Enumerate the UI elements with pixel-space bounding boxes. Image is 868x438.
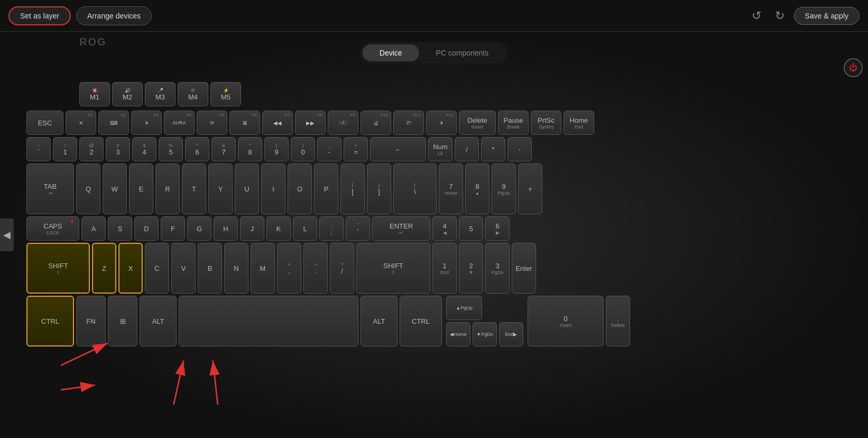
key-r[interactable]: R: [155, 163, 180, 214]
key-numenter[interactable]: Enter: [512, 243, 536, 294]
key-num5[interactable]: 5: [459, 216, 483, 241]
key-u[interactable]: U: [235, 163, 259, 214]
set-as-layer-button[interactable]: Set as layer: [8, 6, 71, 25]
key-esc[interactable]: ESC: [26, 111, 63, 135]
key-o[interactable]: O: [288, 163, 312, 214]
tab-pc-components[interactable]: PC components: [419, 44, 506, 61]
key-9[interactable]: (9: [264, 137, 289, 161]
key-f7[interactable]: F7◀◀: [262, 111, 293, 135]
key-2[interactable]: @2: [79, 137, 104, 161]
key-ralt[interactable]: ALT: [361, 296, 398, 346]
key-num3[interactable]: 3PgDn: [485, 243, 510, 294]
key-v[interactable]: V: [171, 243, 196, 294]
power-icon[interactable]: ⏻: [844, 58, 863, 77]
key-num8[interactable]: 8▲: [465, 163, 490, 214]
key-fn[interactable]: FN: [76, 296, 106, 346]
arrange-devices-button[interactable]: Arrange devices: [76, 6, 152, 25]
key-f2[interactable]: F2⌨: [98, 111, 129, 135]
left-collapse-button[interactable]: ◀: [0, 218, 14, 251]
key-6[interactable]: ^6: [185, 137, 209, 161]
key-backspace[interactable]: ←: [370, 137, 426, 161]
key-a[interactable]: A: [81, 216, 106, 241]
key-numstar[interactable]: *: [481, 137, 505, 161]
key-rctrl[interactable]: CTRL: [400, 296, 442, 346]
key-numlock[interactable]: NumLk: [428, 137, 453, 161]
key-e[interactable]: E: [129, 163, 153, 214]
key-delete[interactable]: DeleteInsert: [459, 111, 496, 135]
key-4[interactable]: $4: [132, 137, 156, 161]
key-num4[interactable]: 4◀: [432, 216, 457, 241]
key-f8[interactable]: F8▶▶: [295, 111, 326, 135]
key-z[interactable]: Z: [92, 243, 116, 294]
key-pgup[interactable]: ▲PgUp: [446, 296, 482, 320]
key-pgdn[interactable]: ▼PgDn: [473, 322, 497, 346]
key-f4[interactable]: F4AURA: [164, 111, 195, 135]
key-numplus[interactable]: +: [518, 163, 542, 214]
key-minus[interactable]: _-: [317, 137, 341, 161]
key-f11[interactable]: F11Z²: [393, 111, 424, 135]
key-f10[interactable]: F10🖨: [361, 111, 391, 135]
key-period[interactable]: >.: [303, 243, 328, 294]
key-f12[interactable]: F12✈: [426, 111, 457, 135]
key-num6[interactable]: 6▶: [485, 216, 510, 241]
key-g[interactable]: G: [187, 216, 211, 241]
key-h[interactable]: H: [214, 216, 238, 241]
key-equals[interactable]: +=: [344, 137, 368, 161]
key-b[interactable]: B: [198, 243, 222, 294]
key-tilde[interactable]: ~`: [26, 137, 51, 161]
key-end-right[interactable]: End▶: [499, 322, 523, 346]
key-num9[interactable]: 9PgUp: [492, 163, 516, 214]
key-semicolon[interactable]: :;: [319, 216, 344, 241]
key-lshift[interactable]: SHIFT⇧: [26, 243, 90, 294]
key-l[interactable]: L: [293, 216, 317, 241]
key-home-left[interactable]: ◀Home: [446, 322, 470, 346]
key-y[interactable]: Y: [208, 163, 233, 214]
key-5[interactable]: %5: [159, 137, 183, 161]
key-d[interactable]: D: [134, 216, 159, 241]
save-apply-button[interactable]: Save & apply: [794, 7, 860, 25]
key-f1[interactable]: F1✕: [66, 111, 96, 135]
key-f6[interactable]: F6🖥: [229, 111, 260, 135]
key-numdot[interactable]: .Delete: [606, 296, 630, 346]
key-x[interactable]: X: [118, 243, 143, 294]
key-pause[interactable]: PauseBreak: [498, 111, 529, 135]
key-f5[interactable]: F5⟳: [197, 111, 227, 135]
key-num0[interactable]: 0Insert: [528, 296, 604, 346]
key-n[interactable]: N: [224, 243, 248, 294]
key-f3[interactable]: F3☀: [131, 111, 162, 135]
key-lbracket[interactable]: {[: [340, 163, 365, 214]
key-3[interactable]: #3: [106, 137, 130, 161]
key-rbracket[interactable]: }]: [367, 163, 391, 214]
key-backslash[interactable]: |\: [393, 163, 437, 214]
key-prtsc[interactable]: PrtScSysRq: [531, 111, 561, 135]
redo-button[interactable]: ↻: [771, 7, 789, 25]
key-i[interactable]: I: [261, 163, 285, 214]
key-t[interactable]: T: [182, 163, 206, 214]
key-comma[interactable]: <,: [277, 243, 301, 294]
tab-device[interactable]: Device: [363, 44, 419, 61]
key-win[interactable]: ⊞: [108, 296, 137, 346]
key-w[interactable]: W: [103, 163, 127, 214]
key-num7[interactable]: 7Home: [439, 163, 463, 214]
key-m5[interactable]: ⚡M5: [210, 82, 241, 106]
key-c[interactable]: C: [145, 243, 169, 294]
key-num1[interactable]: 1End: [432, 243, 457, 294]
key-numminus[interactable]: -: [507, 137, 532, 161]
key-space[interactable]: [179, 296, 358, 346]
key-7[interactable]: &7: [211, 137, 236, 161]
key-m1[interactable]: 🔇M1: [79, 82, 110, 106]
key-num2[interactable]: 2▼: [459, 243, 483, 294]
key-f[interactable]: F: [161, 216, 185, 241]
key-home-end-fn[interactable]: HomeEnd: [564, 111, 594, 135]
key-slash[interactable]: ?/: [330, 243, 354, 294]
key-p[interactable]: P: [314, 163, 338, 214]
key-numslash[interactable]: /: [455, 137, 479, 161]
key-j[interactable]: J: [240, 216, 264, 241]
undo-button[interactable]: ↺: [747, 7, 765, 25]
key-f9[interactable]: F9□/□: [328, 111, 358, 135]
key-tab[interactable]: TAB⇥: [26, 163, 74, 214]
key-m[interactable]: M: [251, 243, 275, 294]
key-m4[interactable]: ⚙M4: [178, 82, 208, 106]
key-8[interactable]: *8: [238, 137, 262, 161]
key-0[interactable]: )0: [291, 137, 315, 161]
